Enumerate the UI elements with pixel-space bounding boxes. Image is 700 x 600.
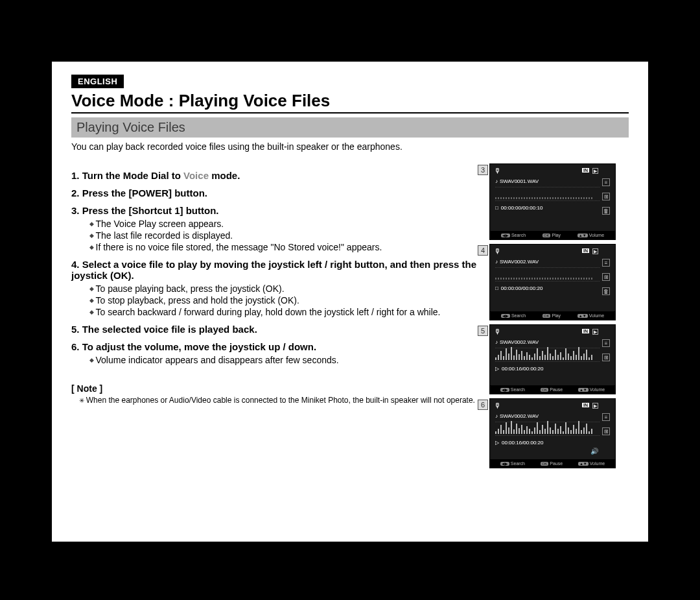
page-title: Voice Mode : Playing Voice Files: [71, 91, 629, 114]
lcd-filename: ♪SWAV0002.WAV: [495, 413, 600, 419]
grid-icon: ⊞: [602, 427, 610, 435]
lcd-side-icons: ≡⊞: [602, 413, 611, 435]
microphone-icon: 🎙: [494, 247, 501, 255]
lcd-timecode: ▷00:00:16/00:00:20: [495, 440, 600, 446]
lcd-screenshot: 5🎙IN▶≡⊞♪SWAV0002.WAV▷00:00:16/00:00:20◀▶…: [489, 324, 629, 394]
music-note-icon: ♪: [495, 413, 498, 419]
storage-in-badge: IN: [582, 403, 589, 407]
note-list: When the earphones or Audio/Video cable …: [71, 395, 483, 406]
list-icon: ≡: [602, 178, 610, 186]
lcd-footer-hints: ◀▶SearchOKPlay▲▼Volume: [490, 311, 615, 320]
manual-page: ENGLISH Voice Mode : Playing Voice Files…: [52, 62, 648, 542]
step-4: 4. Select a voice file to play by moving…: [71, 259, 483, 281]
step-6-details: Volume indicator appears and disappears …: [71, 355, 483, 365]
lcd-step-number: 5: [478, 326, 488, 336]
step-2: 2. Press the [POWER] button.: [71, 187, 483, 198]
music-note-icon: ♪: [495, 259, 498, 265]
speaker-icon: 🔊: [590, 448, 598, 455]
storage-in-badge: IN: [582, 168, 589, 173]
grid-icon: ⊞: [602, 273, 610, 281]
lcd-footer-hints: ◀▶SearchOKPlay▲▼Volume: [490, 231, 615, 239]
lcd-filename: ♪SWAV0002.WAV: [495, 259, 600, 265]
grid-icon: ⊞: [602, 193, 610, 200]
lcd-column: 3🎙IN▶≡⊞🗑♪SWAV0001.WAV□00:00:00/00:00:10◀…: [489, 163, 629, 472]
play-mode-icon: ▶: [592, 168, 598, 174]
page-number-badge: 122: [64, 520, 92, 535]
play-mode-icon: ▶: [592, 248, 598, 254]
play-mode-icon: ▶: [592, 403, 598, 409]
trash-icon: 🗑: [602, 287, 610, 295]
instructions-column: 1. Turn the Mode Dial to Voice mode. 2. …: [71, 163, 489, 472]
lcd-screen: 🎙IN▶≡⊞♪SWAV0002.WAV▷00:00:16/00:00:20◀▶S…: [489, 324, 616, 394]
lcd-screen: 🎙IN▶≡⊞🗑♪SWAV0001.WAV□00:00:00/00:00:10◀▶…: [489, 163, 616, 240]
step-1: 1. Turn the Mode Dial to Voice mode.: [71, 170, 483, 181]
note-heading: [ Note ]: [71, 383, 483, 394]
storage-in-badge: IN: [582, 329, 589, 333]
microphone-icon: 🎙: [494, 328, 501, 335]
section-subtitle: Playing Voice Files: [71, 117, 629, 138]
step-3: 3. Press the [Shortcut 1] button.: [71, 205, 483, 216]
lcd-screenshot: 3🎙IN▶≡⊞🗑♪SWAV0001.WAV□00:00:00/00:00:10◀…: [489, 163, 629, 240]
lcd-filename: ♪SWAV0002.WAV: [495, 339, 600, 345]
step-3-details: The Voice Play screen appears. The last …: [71, 219, 483, 252]
step-6: 6. To adjust the volume, move the joysti…: [71, 341, 483, 352]
step-5: 5. The selected voice file is played bac…: [71, 324, 483, 335]
waveform-display: [495, 267, 600, 282]
trash-icon: 🗑: [602, 207, 610, 215]
waveform-display: [495, 187, 600, 201]
music-note-icon: ♪: [495, 339, 498, 345]
lcd-screenshot: 4🎙IN▶≡⊞🗑♪SWAV0002.WAV□00:00:00/00:00:20◀…: [489, 244, 629, 320]
waveform-display: [495, 348, 600, 362]
list-icon: ≡: [602, 413, 610, 421]
lcd-filename: ♪SWAV0001.WAV: [495, 178, 600, 184]
microphone-icon: 🎙: [494, 402, 501, 409]
lcd-step-number: 6: [478, 400, 488, 410]
lcd-step-number: 3: [478, 165, 488, 175]
lcd-side-icons: ≡⊞: [602, 339, 611, 361]
list-icon: ≡: [602, 259, 610, 267]
microphone-icon: 🎙: [494, 167, 501, 174]
language-badge: ENGLISH: [71, 75, 124, 88]
step-4-details: To pause playing back, press the joystic…: [71, 283, 483, 317]
storage-in-badge: IN: [582, 248, 589, 253]
lcd-screen: 🎙IN▶≡⊞🗑♪SWAV0002.WAV□00:00:00/00:00:20◀▶…: [489, 244, 616, 320]
lcd-side-icons: ≡⊞🗑: [602, 259, 611, 295]
list-icon: ≡: [602, 339, 610, 347]
lcd-side-icons: ≡⊞🗑: [602, 178, 611, 215]
stop-icon: □: [495, 285, 498, 291]
lcd-step-number: 4: [478, 245, 488, 256]
play-icon: ▷: [495, 366, 499, 372]
lcd-timecode: ▷00:00:16/00:00:20: [495, 366, 600, 372]
lcd-screenshot: 6🎙IN▶≡⊞♪SWAV0002.WAV▷00:00:16/00:00:20🔊◀…: [489, 398, 629, 468]
music-note-icon: ♪: [495, 178, 498, 184]
grid-icon: ⊞: [602, 354, 610, 361]
waveform-display: [495, 422, 600, 436]
stop-icon: □: [495, 205, 498, 211]
lcd-footer-hints: ◀▶SearchOKPause▲▼Volume: [490, 385, 615, 394]
play-mode-icon: ▶: [592, 329, 598, 335]
lcd-timecode: □00:00:00/00:00:10: [495, 205, 600, 211]
lcd-screen: 🎙IN▶≡⊞♪SWAV0002.WAV▷00:00:16/00:00:20🔊◀▶…: [489, 398, 616, 468]
play-icon: ▷: [495, 440, 499, 446]
lcd-timecode: □00:00:00/00:00:20: [495, 285, 600, 291]
lcd-footer-hints: ◀▶SearchOKPause▲▼Volume: [490, 459, 615, 468]
intro-text: You can play back recorded voice files u…: [71, 141, 629, 152]
